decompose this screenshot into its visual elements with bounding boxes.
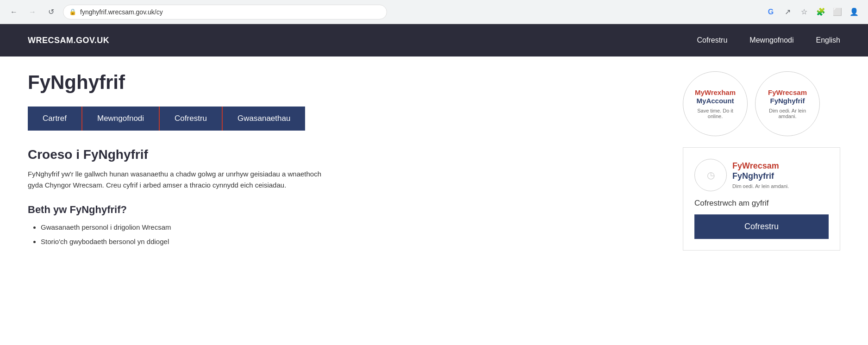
profile-button[interactable]: 👤 xyxy=(848,6,861,19)
welcome-heading: Croeso i FyNghyfrif xyxy=(28,147,655,162)
reg-logo-circle: ◷ xyxy=(694,159,727,191)
fywrecsam-top-line2: FyNghyfrif xyxy=(770,97,805,105)
logos-area: MyWrexham MyAccount Save time. Do it onl… xyxy=(683,71,840,136)
main-wrapper: FyNghyfrif Cartref Mewngofnodi Cofrestru… xyxy=(0,56,868,251)
fywrecsam-top-line1: FyWrecsam xyxy=(768,88,807,97)
tab-cartref[interactable]: Cartref xyxy=(28,107,82,131)
reg-logo-line1: FyWrecsam xyxy=(732,161,789,171)
lock-icon: 🔒 xyxy=(69,8,76,15)
section-heading: Beth yw FyNghyfrif? xyxy=(28,204,655,216)
bullet-list: Gwasanaeth personol i drigolion Wrecsam … xyxy=(28,222,655,247)
address-bar[interactable]: 🔒 fynghyfrif.wrecsam.gov.uk/cy xyxy=(63,5,387,19)
back-button[interactable]: ← xyxy=(7,6,20,19)
fywrecsam-top-subtitle: Dim oedi. Ar lein amdani. xyxy=(763,108,812,119)
cofrestru-button[interactable]: Cofrestru xyxy=(694,214,829,239)
site-header: WRECSAM.GOV.UK Cofrestru Mewngofnodi Eng… xyxy=(0,24,868,56)
share-button[interactable]: ↗ xyxy=(781,6,794,19)
reg-logo-text: FyWrecsam FyNghyfrif Dim oedi. Ar lein a… xyxy=(732,161,789,188)
tab-nav: Cartref Mewngofnodi Cofrestru Gwasanaeth… xyxy=(28,107,305,131)
tab-cofrestru[interactable]: Cofrestru xyxy=(160,107,223,131)
header-nav-mewngofnodi[interactable]: Mewngofnodi xyxy=(749,36,793,44)
fywrecsam-logo-top: FyWrecsam FyNghyfrif Dim oedi. Ar lein a… xyxy=(755,71,820,136)
mywrexham-line1: MyWrexham xyxy=(695,88,736,97)
reg-card-logo: ◷ FyWrecsam FyNghyfrif Dim oedi. Ar lein… xyxy=(694,159,829,191)
tab-gwasanaethau[interactable]: Gwasanaethau xyxy=(223,107,305,131)
reg-logo-line2: FyNghyfrif xyxy=(732,171,789,182)
reg-card: ◷ FyWrecsam FyNghyfrif Dim oedi. Ar lein… xyxy=(683,147,840,251)
bullet-item-1: Gwasanaeth personol i drigolion Wrecsam xyxy=(41,222,655,233)
bullet-item-2: Storio'ch gwybodaeth bersonol yn ddiogel xyxy=(41,237,655,247)
header-nav-cofrestru[interactable]: Cofrestru xyxy=(697,36,728,44)
forward-button[interactable]: → xyxy=(26,6,39,19)
google-button[interactable]: G xyxy=(764,6,777,19)
browser-actions: G ↗ ☆ 🧩 ⬜ 👤 xyxy=(764,6,861,19)
bookmark-button[interactable]: ☆ xyxy=(798,6,811,19)
reg-logo-subtitle: Dim oedi. Ar lein amdani. xyxy=(732,183,789,189)
page-title: FyNghyfrif xyxy=(28,71,655,94)
header-nav-english[interactable]: English xyxy=(816,36,840,44)
mywrexham-line2: MyAccount xyxy=(697,97,734,105)
window-button[interactable]: ⬜ xyxy=(831,6,844,19)
tab-mewngofnodi[interactable]: Mewngofnodi xyxy=(82,107,160,131)
reg-logo-icon: ◷ xyxy=(707,169,715,181)
welcome-text: FyNghyfrif yw'r lle gallwch hunan wasana… xyxy=(28,169,333,191)
reload-button[interactable]: ↺ xyxy=(44,6,57,19)
site-logo: WRECSAM.GOV.UK xyxy=(28,36,109,45)
mywrexham-subtitle: Save time. Do it online. xyxy=(691,108,740,119)
header-nav: Cofrestru Mewngofnodi English xyxy=(697,36,840,44)
extensions-button[interactable]: 🧩 xyxy=(814,6,827,19)
mywrexham-logo: MyWrexham MyAccount Save time. Do it onl… xyxy=(683,71,748,136)
reg-card-label: Cofrestrwch am gyfrif xyxy=(694,199,829,208)
browser-chrome: ← → ↺ 🔒 fynghyfrif.wrecsam.gov.uk/cy G ↗… xyxy=(0,0,868,24)
url-text: fynghyfrif.wrecsam.gov.uk/cy xyxy=(80,8,163,16)
content-left: FyNghyfrif Cartref Mewngofnodi Cofrestru… xyxy=(28,56,683,251)
sidebar-right: MyWrexham MyAccount Save time. Do it onl… xyxy=(683,56,840,251)
